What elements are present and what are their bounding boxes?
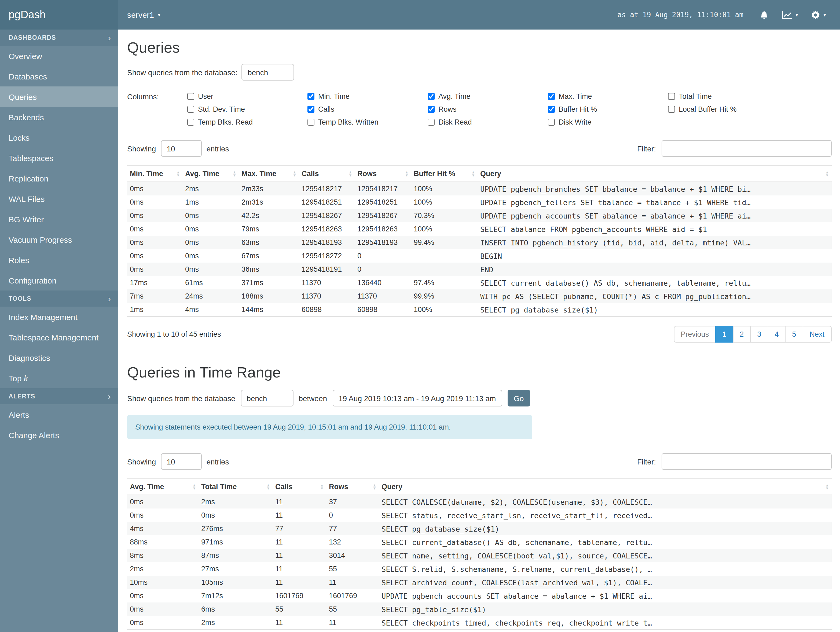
checkbox-std-dev-time[interactable] bbox=[187, 106, 194, 113]
query-text[interactable]: UPDATE pgbench_accounts SET abalance = a… bbox=[478, 209, 831, 222]
column-header-avg-time[interactable]: Avg. Time▴▾ bbox=[127, 479, 199, 495]
column-toggle-temp-blks-written[interactable]: Temp Blks. Written bbox=[308, 118, 428, 126]
sidebar-item-tablespace-management[interactable]: Tablespace Management bbox=[0, 327, 118, 347]
column-header-avg-time[interactable]: Avg. Time▴▾ bbox=[182, 166, 239, 182]
sidebar-section-dashboards[interactable]: DASHBOARDS› bbox=[0, 30, 118, 46]
pagination-page-4[interactable]: 4 bbox=[767, 326, 786, 342]
query-text[interactable]: SELECT S.relid, S.schemaname, S.relname,… bbox=[379, 562, 831, 576]
query-text[interactable]: SELECT pg_database_size($1) bbox=[478, 303, 831, 317]
checkbox-total-time[interactable] bbox=[668, 93, 675, 100]
sidebar-item-roles[interactable]: Roles bbox=[0, 250, 118, 270]
pagination-next[interactable]: Next bbox=[802, 326, 831, 342]
column-header-query[interactable]: Query▴▾ bbox=[478, 166, 831, 182]
checkbox-rows[interactable] bbox=[428, 106, 435, 113]
go-button[interactable]: Go bbox=[507, 390, 530, 407]
column-toggle-calls[interactable]: Calls bbox=[308, 105, 428, 113]
column-toggle-buffer-hit[interactable]: Buffer Hit % bbox=[548, 105, 668, 113]
filter-input-2[interactable] bbox=[661, 453, 831, 470]
checkbox-disk-write[interactable] bbox=[548, 119, 555, 126]
query-text[interactable]: UPDATE pgbench_branches SET bbalance = b… bbox=[478, 182, 831, 195]
query-text[interactable]: INSERT INTO pgbench_history (tid, bid, a… bbox=[478, 236, 831, 249]
notifications-bell-icon[interactable] bbox=[759, 10, 769, 20]
sidebar-item-vacuum-progress[interactable]: Vacuum Progress bbox=[0, 229, 118, 250]
database-input[interactable] bbox=[242, 64, 294, 81]
column-header-total-time[interactable]: Total Time▴▾ bbox=[199, 479, 273, 495]
checkbox-calls[interactable] bbox=[308, 106, 314, 113]
checkbox-disk-read[interactable] bbox=[428, 119, 435, 126]
column-toggle-disk-read[interactable]: Disk Read bbox=[428, 118, 548, 126]
checkbox-temp-blks-read[interactable] bbox=[187, 119, 194, 126]
sidebar-item-backends[interactable]: Backends bbox=[0, 107, 118, 127]
pagination-page-2[interactable]: 2 bbox=[733, 326, 751, 342]
pagination-page-3[interactable]: 3 bbox=[750, 326, 768, 342]
column-toggle-rows[interactable]: Rows bbox=[428, 105, 548, 113]
checkbox-avg-time[interactable] bbox=[428, 93, 435, 100]
query-text[interactable]: SELECT current_database() AS db, scheman… bbox=[379, 535, 831, 549]
sidebar-section-tools[interactable]: TOOLS› bbox=[0, 290, 118, 307]
entries-count-input-2[interactable] bbox=[161, 453, 202, 470]
sidebar-item-top-k[interactable]: Top k bbox=[0, 368, 118, 388]
brand-logo[interactable]: pgDash bbox=[0, 0, 118, 30]
checkbox-max-time[interactable] bbox=[548, 93, 555, 100]
checkbox-user[interactable] bbox=[187, 93, 194, 100]
sidebar-item-diagnostics[interactable]: Diagnostics bbox=[0, 347, 118, 368]
column-header-rows[interactable]: Rows▴▾ bbox=[355, 166, 411, 182]
settings-gear-icon[interactable]: ▾ bbox=[811, 10, 826, 20]
pagination-page-5[interactable]: 5 bbox=[785, 326, 803, 342]
query-text[interactable]: SELECT abalance FROM pgbench_accounts WH… bbox=[478, 222, 831, 236]
time-range-input[interactable] bbox=[332, 390, 502, 407]
query-text[interactable]: SELECT current_database() AS db, scheman… bbox=[478, 276, 831, 290]
query-text[interactable]: SELECT checkpoints_timed, checkpoints_re… bbox=[379, 616, 831, 630]
query-text[interactable]: END bbox=[478, 263, 831, 276]
column-header-calls[interactable]: Calls▴▾ bbox=[299, 166, 355, 182]
query-text[interactable]: WITH pc AS (SELECT pubname, COUNT(*) AS … bbox=[478, 290, 831, 303]
sidebar-item-bg-writer[interactable]: BG Writer bbox=[0, 209, 118, 229]
query-text[interactable]: SELECT archived_count, COALESCE(last_arc… bbox=[379, 576, 831, 589]
column-toggle-std-dev-time[interactable]: Std. Dev. Time bbox=[187, 105, 308, 113]
column-header-max-time[interactable]: Max. Time▴▾ bbox=[239, 166, 299, 182]
column-header-query[interactable]: Query▴▾ bbox=[379, 479, 831, 495]
query-text[interactable]: BEGIN bbox=[478, 249, 831, 263]
sidebar-item-tablespaces[interactable]: Tablespaces bbox=[0, 148, 118, 168]
sidebar-item-replication[interactable]: Replication bbox=[0, 168, 118, 188]
sidebar-item-locks[interactable]: Locks bbox=[0, 127, 118, 148]
database-input-2[interactable] bbox=[241, 390, 293, 407]
server-selector[interactable]: server1 ▾ bbox=[118, 0, 160, 30]
sidebar-item-wal-files[interactable]: WAL Files bbox=[0, 188, 118, 209]
query-text[interactable]: SELECT status, receive_start_lsn, receiv… bbox=[379, 508, 831, 522]
column-toggle-disk-write[interactable]: Disk Write bbox=[548, 118, 668, 126]
query-text[interactable]: SELECT name, setting, COALESCE(boot_val,… bbox=[379, 549, 831, 562]
column-toggle-total-time[interactable]: Total Time bbox=[668, 92, 788, 100]
column-header-buffer-hit[interactable]: Buffer Hit %▴▾ bbox=[411, 166, 478, 182]
sidebar-item-index-management[interactable]: Index Management bbox=[0, 307, 118, 327]
column-toggle-temp-blks-read[interactable]: Temp Blks. Read bbox=[187, 118, 308, 126]
pagination-page-1[interactable]: 1 bbox=[715, 326, 733, 342]
pagination-previous[interactable]: Previous bbox=[674, 326, 716, 342]
column-toggle-max-time[interactable]: Max. Time bbox=[548, 92, 668, 100]
sidebar-item-change-alerts[interactable]: Change Alerts bbox=[0, 425, 118, 445]
column-toggle-local-buffer-hit[interactable]: Local Buffer Hit % bbox=[668, 105, 788, 113]
sidebar-item-queries[interactable]: Queries bbox=[0, 86, 118, 107]
checkbox-min-time[interactable] bbox=[308, 93, 314, 100]
column-toggle-avg-time[interactable]: Avg. Time bbox=[428, 92, 548, 100]
checkbox-local-buffer-hit[interactable] bbox=[668, 106, 675, 113]
entries-count-input[interactable] bbox=[161, 140, 202, 157]
column-header-rows[interactable]: Rows▴▾ bbox=[326, 479, 379, 495]
checkbox-buffer-hit[interactable] bbox=[548, 106, 555, 113]
filter-input[interactable] bbox=[661, 140, 831, 157]
checkbox-temp-blks-written[interactable] bbox=[308, 119, 314, 126]
query-text[interactable]: SELECT pg_database_size($1) bbox=[379, 522, 831, 535]
query-text[interactable]: SELECT COALESCE(datname, $2), COALESCE(u… bbox=[379, 495, 831, 508]
charts-menu-icon[interactable]: ▾ bbox=[782, 11, 798, 19]
column-toggle-user[interactable]: User bbox=[187, 92, 308, 100]
query-text[interactable]: SELECT pg_table_size($1) bbox=[379, 602, 831, 616]
sidebar-item-databases[interactable]: Databases bbox=[0, 66, 118, 86]
sidebar-item-alerts[interactable]: Alerts bbox=[0, 404, 118, 425]
column-header-calls[interactable]: Calls▴▾ bbox=[273, 479, 326, 495]
column-toggle-min-time[interactable]: Min. Time bbox=[308, 92, 428, 100]
query-text[interactable]: UPDATE pgbench_accounts SET abalance = a… bbox=[379, 589, 831, 602]
sidebar-item-configuration[interactable]: Configuration bbox=[0, 270, 118, 290]
sidebar-section-alerts[interactable]: ALERTS› bbox=[0, 388, 118, 404]
query-text[interactable]: UPDATE pgbench_tellers SET tbalance = tb… bbox=[478, 195, 831, 209]
sidebar-item-overview[interactable]: Overview bbox=[0, 46, 118, 66]
